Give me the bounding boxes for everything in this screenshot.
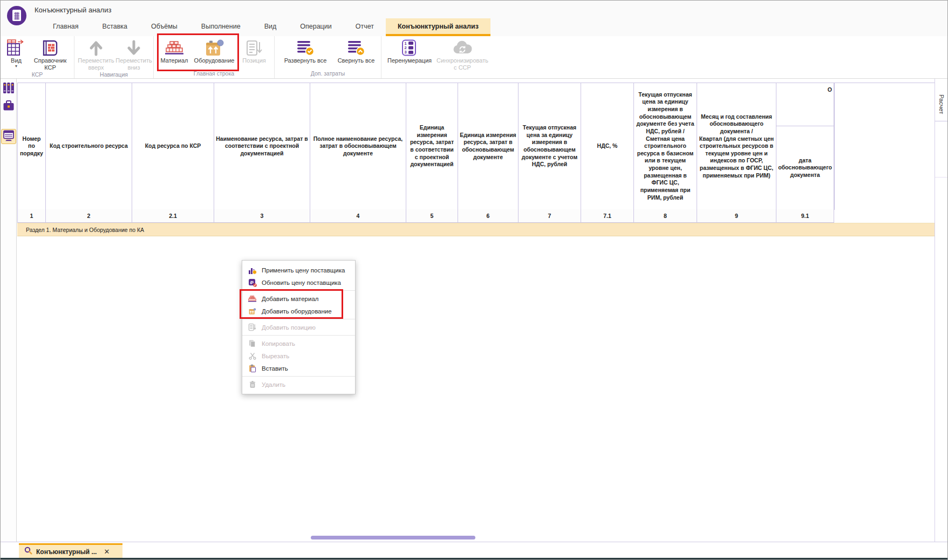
side-tab-secondary[interactable]	[935, 126, 947, 177]
refresh-price-icon: P	[248, 278, 257, 287]
horizontal-scrollbar-thumb[interactable]	[311, 536, 475, 539]
briefcase-icon	[3, 100, 15, 114]
material-button[interactable]: Материал	[159, 38, 189, 64]
column-header[interactable]: Код строительного ресурса	[46, 83, 132, 209]
menu-item-label: Добавить оборудование	[262, 308, 332, 315]
ribbon-group-main-row: Материал	[154, 36, 275, 78]
group-label: КСР	[1, 71, 74, 78]
button-label: Материал	[161, 57, 188, 64]
rail-table-view-button[interactable]	[1, 129, 16, 144]
menu-separator	[242, 319, 355, 319]
column-header[interactable]: Наименование ресурса, затрат в соответст…	[214, 83, 310, 209]
grid-view-icon	[6, 38, 26, 57]
column-header[interactable]: Номер по порядку	[18, 83, 46, 209]
section-row[interactable]: Раздел 1. Материалы и Оборудование по КА	[17, 223, 936, 236]
button-label: Свернуть все	[338, 57, 375, 64]
renumber-button[interactable]: 123 Перенумерация	[385, 38, 434, 64]
column-number: 9.1	[776, 209, 834, 223]
button-label: Синхронизировать с ССР	[435, 57, 489, 71]
button-label: Развернуть все	[284, 57, 327, 64]
ribbon-group-ksr: Вид ▾	[1, 36, 74, 78]
main-area: Номер по порядку Код строительного ресур…	[1, 79, 947, 542]
column-header[interactable]: Единица измерения ресурса, затрат в соот…	[406, 83, 458, 209]
binders-icon	[3, 82, 15, 96]
header-top-border-extension	[834, 83, 936, 83]
rail-briefcase-button[interactable]	[1, 99, 16, 114]
tab-vypolnenie[interactable]: Выполнение	[189, 18, 253, 36]
equipment-button[interactable]: Оборудование	[192, 38, 237, 64]
menu-item-add-material[interactable]: Добавить материал	[242, 292, 355, 305]
column-header[interactable]: Код ресурса по КСР	[132, 83, 214, 209]
button-label: Справочник КСР	[30, 57, 71, 71]
rail-binders-button[interactable]	[1, 81, 16, 97]
column-header[interactable]: Месяц и год составления обосновывающего …	[697, 83, 776, 209]
cloud-sync-icon	[452, 38, 473, 57]
column-number: 4	[310, 209, 406, 223]
button-label: Переместить вниз	[115, 57, 152, 71]
column-header-split[interactable]: О дата обосновывающего документа	[776, 83, 834, 209]
column-number: 2	[46, 209, 132, 223]
menu-item-refresh-supplier-price[interactable]: P Обновить цену поставщика	[242, 276, 355, 289]
column-header[interactable]: Единица измерения ресурса, затрат в обос…	[458, 83, 519, 209]
view-button[interactable]: Вид ▾	[4, 38, 29, 68]
tab-otchet[interactable]: Отчет	[344, 18, 386, 36]
ksr-reference-button[interactable]: Справочник КСР	[30, 38, 71, 71]
group-label: Главная строка	[154, 70, 274, 78]
tab-vid[interactable]: Вид	[253, 18, 289, 36]
context-menu: Применить цену поставщика P Обновить цен…	[242, 260, 356, 394]
expand-all-button[interactable]: Развернуть все	[281, 38, 330, 64]
menu-item-apply-supplier-price[interactable]: Применить цену поставщика	[242, 264, 355, 276]
menu-item-label: Обновить цену поставщика	[262, 279, 341, 286]
tab-obyomy[interactable]: Объёмы	[139, 18, 189, 36]
column-header[interactable]: Текущая отпускная цена за единицу измере…	[634, 83, 697, 209]
button-label: Перенумерация	[387, 57, 432, 64]
menu-item-label: Удалить	[262, 381, 285, 388]
column-number: 1	[18, 209, 46, 223]
tab-glavnaya[interactable]: Главная	[41, 18, 91, 36]
tab-operacii[interactable]: Операции	[288, 18, 343, 36]
close-icon[interactable]: ✕	[104, 548, 110, 556]
collapse-all-button[interactable]: Свернуть все	[334, 38, 378, 64]
column-header: дата обосновывающего документа	[776, 126, 834, 209]
move-up-icon	[88, 38, 104, 57]
clipped-header-label: О	[776, 83, 834, 126]
menu-item-paste[interactable]: Вставить	[242, 362, 355, 374]
title-bar: Конъюнктурный анализ	[1, 1, 947, 18]
equipment-crate-icon	[204, 38, 224, 57]
side-tab-label: Расчет	[938, 94, 945, 114]
svg-text:3: 3	[405, 50, 407, 54]
column-header[interactable]: Полное наименование ресурса, затрат в об…	[310, 83, 406, 209]
position-list-icon	[248, 323, 257, 332]
document-tab[interactable]: Конъюнктурный ... ✕	[19, 543, 122, 558]
menu-item-add-position: Добавить позицию	[242, 321, 355, 333]
tab-vstavka[interactable]: Вставка	[91, 18, 139, 36]
column-number: 8	[634, 209, 697, 223]
side-tab-raschet[interactable]: Расчет	[935, 88, 947, 121]
magnifier-icon	[24, 547, 32, 557]
column-header[interactable]: НДС, %	[581, 83, 634, 209]
button-label: Оборудование	[194, 57, 235, 64]
ksr-book-icon	[41, 38, 59, 57]
sync-ssr-button: Синхронизировать с ССР	[435, 38, 489, 71]
menu-item-add-equipment[interactable]: Добавить оборудование	[242, 305, 355, 317]
group-label: Доп. затраты	[275, 70, 381, 78]
app-logo-icon	[6, 5, 27, 26]
column-header[interactable]: Текущая отпускная цена за единицу измере…	[519, 83, 581, 209]
grid-column-numbers-row: 1 2 2.1 3 4 5 6 7 7.1 8 9 9.1	[17, 209, 834, 223]
apply-price-icon	[248, 265, 257, 275]
menu-item-label: Копировать	[262, 340, 295, 347]
window-bottom-strip	[1, 558, 947, 560]
button-label: Позиция	[242, 57, 266, 64]
group-label: Навигация	[74, 71, 153, 78]
menu-item-label: Применить цену поставщика	[262, 267, 345, 274]
document-tab-label: Конъюнктурный ...	[36, 548, 97, 556]
app-window: Конъюнктурный анализ Главная Вставка Объ…	[0, 0, 948, 560]
ribbon-group-misc: 123 Перенумерация	[381, 36, 495, 78]
menu-item-cut: Вырезать	[242, 350, 355, 362]
menu-item-label: Добавить позицию	[262, 324, 316, 331]
equipment-crate-icon	[248, 306, 257, 316]
tab-konyunkturnyj-analiz[interactable]: Конъюнктурный анализ	[386, 18, 490, 36]
position-button: Позиция	[239, 38, 269, 64]
menu-item-label: Вставить	[262, 365, 288, 372]
menu-item-delete: Удалить	[242, 378, 355, 391]
